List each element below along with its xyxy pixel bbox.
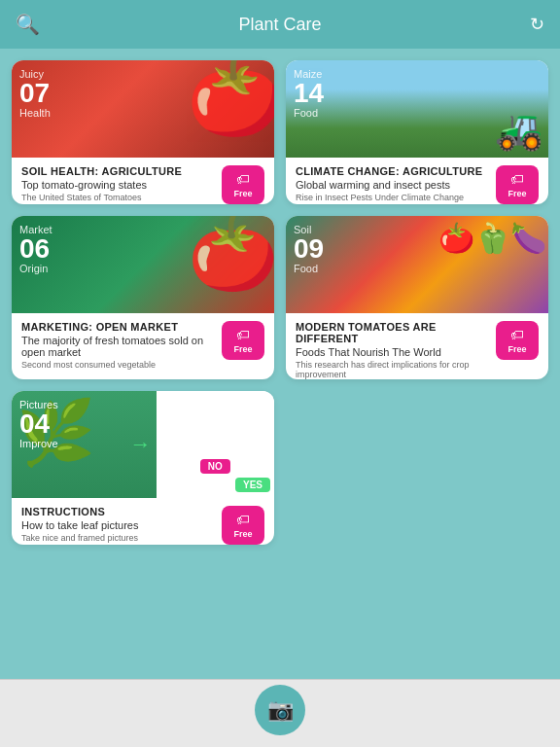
card-modern-tomatoes-image: Soil 09 Food	[286, 216, 548, 313]
camera-icon: 📷	[267, 697, 294, 723]
card-marketing-bottom: MARKETING: OPEN MARKET The majority of f…	[12, 313, 274, 370]
card-marketing-subcategory: Origin	[19, 263, 52, 274]
card-soil-health-image: Juicy 07 Health	[12, 60, 274, 158]
card-marketing-text: MARKETING: OPEN MARKET The majority of f…	[21, 321, 222, 370]
card-soil-health-title: SOIL HEALTH: AGRICULTURE	[21, 165, 216, 177]
yes-badge: YES	[235, 478, 270, 492]
cards-grid: Juicy 07 Health SOIL HEALTH: AGRICULTURE…	[0, 49, 560, 545]
card-climate-change-badge[interactable]: 🏷 Free	[496, 165, 539, 204]
card-climate-change-image: Maize 14 Food	[286, 60, 548, 158]
card-instructions-overlay: Pictures 04 Improve	[19, 399, 58, 449]
card-climate-change-badge-label: Free	[508, 189, 526, 198]
card-modern-tomatoes-subcategory: Food	[294, 263, 324, 274]
card-instructions-subcategory: Improve	[19, 438, 58, 449]
card-soil-health-desc: The United States of Tomatoes	[21, 193, 216, 202]
tag-icon-4: 🏷	[510, 327, 524, 342]
card-marketing-image: Market 06 Origin	[12, 216, 274, 313]
card-climate-change-bottom: CLIMATE CHANGE: AGRICULTURE Global warmi…	[286, 158, 548, 204]
bottom-bar: 📷	[0, 679, 560, 747]
card-marketing-badge[interactable]: 🏷 Free	[222, 321, 264, 360]
card-modern-tomatoes-overlay: Soil 09 Food	[294, 224, 324, 274]
instructions-right-panel: NO YES	[157, 391, 275, 498]
card-instructions[interactable]: Pictures 04 Improve → NO YES INSTRUCTION…	[12, 391, 274, 545]
card-soil-health-overlay: Juicy 07 Health	[19, 68, 51, 119]
card-soil-health-number: 07	[19, 80, 51, 107]
card-soil-health-badge[interactable]: 🏷 Free	[222, 165, 264, 204]
app-header: 🔍 Plant Care ↻	[0, 0, 560, 49]
card-instructions-bottom: INSTRUCTIONS How to take leaf pictures T…	[12, 498, 274, 545]
card-marketing-desc: Second most consumed vegetable	[21, 360, 216, 370]
tag-icon-3: 🏷	[236, 327, 250, 342]
card-modern-tomatoes-subtitle: Foods That Nourish The World	[296, 346, 490, 358]
card-climate-change-number: 14	[294, 80, 324, 107]
card-marketing-overlay: Market 06 Origin	[19, 224, 52, 274]
no-badge: NO	[200, 459, 230, 474]
card-instructions-badge-label: Free	[233, 529, 252, 539]
card-soil-health-category: Juicy	[19, 68, 51, 80]
tag-icon-2: 🏷	[510, 171, 524, 187]
card-modern-tomatoes-bottom: MODERN TOMATOES ARE DIFFERENT Foods That…	[286, 313, 548, 379]
card-soil-health-bottom: SOIL HEALTH: AGRICULTURE Top tomato-grow…	[12, 158, 274, 204]
card-modern-tomatoes-title: MODERN TOMATOES ARE DIFFERENT	[296, 321, 490, 344]
card-climate-change-title: CLIMATE CHANGE: AGRICULTURE	[296, 165, 490, 177]
card-modern-tomatoes-badge-label: Free	[508, 344, 526, 354]
tag-icon: 🏷	[236, 171, 250, 187]
card-modern-tomatoes-desc: This research has direct implications fo…	[296, 360, 490, 379]
card-modern-tomatoes-number: 09	[294, 235, 324, 263]
card-modern-tomatoes-text: MODERN TOMATOES ARE DIFFERENT Foods That…	[296, 321, 496, 379]
card-instructions-image: Pictures 04 Improve → NO YES	[12, 391, 274, 498]
card-instructions-subtitle: How to take leaf pictures	[21, 519, 216, 531]
card-soil-health-subtitle: Top tomato-growing states	[21, 179, 216, 191]
search-icon[interactable]: 🔍	[16, 13, 40, 36]
card-marketing[interactable]: Market 06 Origin MARKETING: OPEN MARKET …	[12, 216, 274, 379]
card-climate-change-desc: Rise in Insect Pests Under Climate Chang…	[296, 193, 490, 202]
arrow-right-icon: →	[130, 432, 152, 457]
refresh-icon[interactable]: ↻	[530, 14, 544, 35]
card-modern-tomatoes-badge[interactable]: 🏷 Free	[496, 321, 539, 360]
card-climate-change-subcategory: Food	[294, 107, 324, 119]
card-soil-health-subcategory: Health	[19, 107, 51, 119]
card-marketing-number: 06	[19, 235, 52, 263]
header-title: Plant Care	[238, 15, 321, 35]
card-climate-change-category: Maize	[294, 68, 324, 80]
card-marketing-badge-label: Free	[233, 344, 252, 354]
card-marketing-title: MARKETING: OPEN MARKET	[21, 321, 216, 333]
card-marketing-subtitle: The majority of fresh tomatoes sold on o…	[21, 335, 216, 358]
card-instructions-desc: Take nice and framed pictures	[21, 533, 216, 543]
camera-button[interactable]: 📷	[255, 685, 305, 735]
tag-icon-5: 🏷	[236, 512, 250, 527]
card-soil-health-badge-label: Free	[233, 189, 252, 198]
card-instructions-title: INSTRUCTIONS	[21, 506, 216, 517]
card-climate-change-subtitle: Global warming and insect pests	[296, 179, 490, 191]
card-soil-health-text: SOIL HEALTH: AGRICULTURE Top tomato-grow…	[21, 165, 222, 202]
card-instructions-badge[interactable]: 🏷 Free	[222, 506, 264, 545]
card-marketing-category: Market	[19, 224, 52, 235]
card-modern-tomatoes[interactable]: Soil 09 Food MODERN TOMATOES ARE DIFFERE…	[286, 216, 548, 379]
card-instructions-text: INSTRUCTIONS How to take leaf pictures T…	[21, 506, 222, 543]
card-modern-tomatoes-category: Soil	[294, 224, 324, 235]
card-instructions-number: 04	[19, 410, 58, 438]
card-climate-change-text: CLIMATE CHANGE: AGRICULTURE Global warmi…	[296, 165, 496, 202]
card-climate-change-overlay: Maize 14 Food	[294, 68, 324, 119]
card-soil-health[interactable]: Juicy 07 Health SOIL HEALTH: AGRICULTURE…	[12, 60, 274, 204]
card-climate-change[interactable]: Maize 14 Food CLIMATE CHANGE: AGRICULTUR…	[286, 60, 548, 204]
